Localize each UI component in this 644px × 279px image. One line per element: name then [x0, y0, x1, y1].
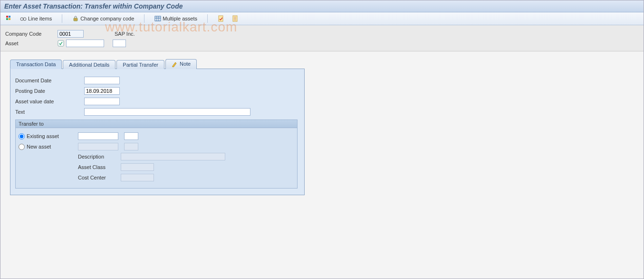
tabstrip: Transaction Data Additional Details Part… — [10, 59, 305, 69]
title-bar: Enter Asset Transaction: Transfer within… — [0, 0, 644, 12]
separator — [207, 14, 208, 23]
document-button-2[interactable] — [230, 14, 241, 23]
asset-class-field — [121, 163, 154, 171]
svg-rect-12 — [219, 16, 223, 21]
transfer-group-title: Transfer to — [16, 120, 297, 128]
svg-rect-0 — [6, 16, 8, 18]
svg-rect-1 — [9, 16, 10, 18]
asset-field[interactable] — [66, 40, 104, 47]
posting-date-label: Posting Date — [15, 88, 84, 94]
svg-rect-8 — [155, 16, 161, 21]
glasses-icon — [20, 15, 27, 22]
separator — [62, 14, 62, 23]
svg-rect-17 — [58, 40, 64, 46]
svg-point-4 — [20, 18, 23, 20]
asset-value-date-field[interactable] — [84, 98, 120, 105]
pencil-icon — [172, 61, 178, 68]
asset-class-label: Asset Class — [78, 164, 121, 170]
overview-button[interactable] — [3, 14, 15, 23]
company-code-label: Company Code — [5, 31, 58, 37]
line-items-button[interactable]: Line items — [18, 14, 54, 23]
cost-center-field — [121, 174, 154, 181]
tab-partial-transfer[interactable]: Partial Transfer — [116, 60, 164, 69]
app-window: Enter Asset Transaction: Transfer within… — [0, 0, 644, 279]
tab-additional-details[interactable]: Additional Details — [63, 60, 115, 69]
transfer-group: Transfer to Existing asset — [15, 120, 298, 189]
asset-value-date-label: Asset value date — [15, 99, 84, 104]
tab-note[interactable]: Note — [165, 59, 197, 69]
svg-rect-2 — [6, 18, 8, 20]
page-title: Enter Asset Transaction: Transfer within… — [4, 2, 183, 10]
document-date-label: Document Date — [15, 78, 84, 83]
existing-asset-field[interactable] — [78, 132, 118, 140]
new-asset-radio[interactable] — [19, 144, 25, 150]
multiple-assets-label: Multiple assets — [163, 16, 197, 21]
existing-asset-radio-label[interactable]: Existing asset — [19, 133, 78, 140]
separator — [144, 14, 144, 23]
new-asset-sub-field — [124, 143, 138, 150]
existing-asset-sub-field[interactable] — [124, 132, 138, 140]
new-asset-text: New asset — [27, 144, 51, 149]
new-asset-field — [78, 143, 118, 150]
asset-sub-field[interactable] — [113, 40, 126, 47]
table-icon — [154, 15, 161, 22]
tab-body: Document Date Posting Date Asset value d… — [10, 69, 305, 195]
header-fields: Company Code SAP Inc. Asset — [0, 25, 644, 51]
line-items-label: Line items — [28, 16, 52, 21]
multiple-assets-button[interactable]: Multiple assets — [152, 14, 200, 23]
document-button-1[interactable] — [215, 14, 227, 23]
cost-center-label: Cost Center — [78, 175, 121, 180]
document-date-field[interactable] — [84, 77, 120, 84]
existing-asset-text: Existing asset — [27, 133, 59, 139]
svg-rect-7 — [74, 18, 77, 21]
document-icon — [232, 15, 239, 22]
svg-point-5 — [23, 18, 26, 20]
content-area: Transaction Data Additional Details Part… — [0, 51, 644, 279]
change-company-button[interactable]: Change company code — [70, 14, 136, 23]
text-label: Text — [15, 109, 84, 115]
lock-icon — [72, 15, 79, 22]
tab-note-label: Note — [180, 61, 191, 67]
change-company-label: Change company code — [80, 16, 134, 21]
posting-date-field[interactable] — [84, 87, 120, 95]
new-asset-radio-label[interactable]: New asset — [19, 144, 78, 150]
toolbar: Line items Change company code Multiple … — [0, 12, 644, 25]
company-name-label: SAP Inc. — [115, 31, 135, 37]
tab-transaction-data[interactable]: Transaction Data — [10, 60, 62, 69]
svg-rect-3 — [9, 18, 10, 20]
document-check-icon — [218, 15, 224, 22]
search-help-icon[interactable] — [58, 40, 64, 47]
text-field[interactable] — [84, 108, 250, 116]
asset-label: Asset — [5, 40, 58, 46]
description-label: Description — [78, 154, 121, 159]
grid-icon — [6, 15, 12, 22]
description-field — [121, 153, 225, 160]
company-code-field[interactable] — [58, 30, 84, 38]
existing-asset-radio[interactable] — [19, 133, 25, 140]
